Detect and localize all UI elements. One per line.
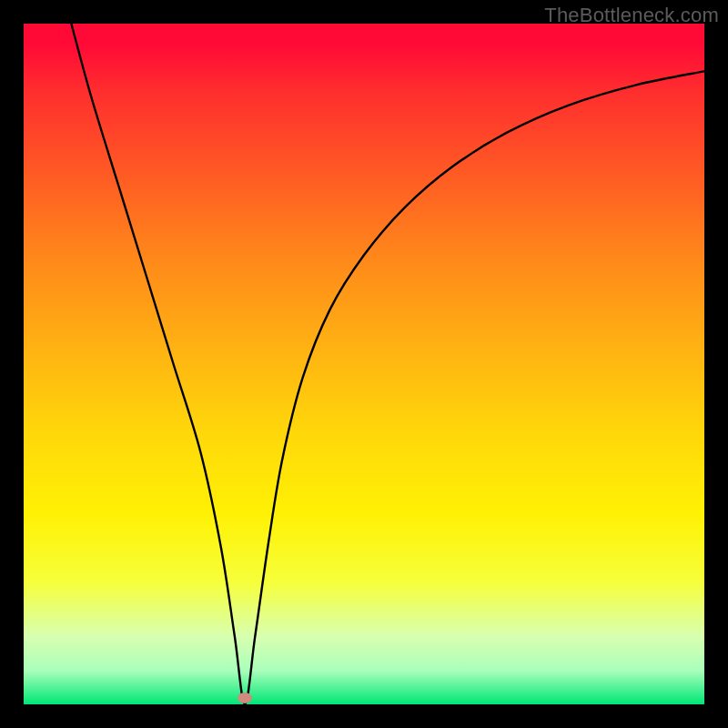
optimal-point-marker — [238, 693, 252, 703]
chart-plot-area — [24, 24, 704, 704]
bottleneck-curve — [24, 24, 704, 704]
